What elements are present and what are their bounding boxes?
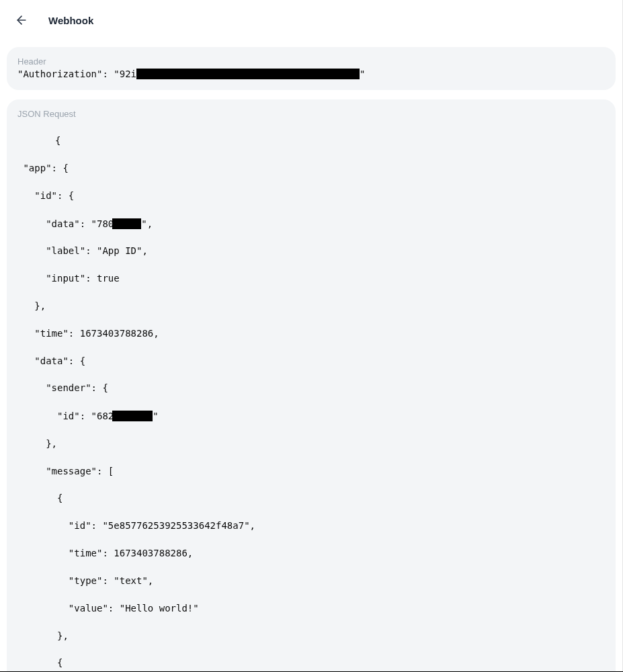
auth-suffix: " bbox=[360, 68, 365, 81]
code-line: { bbox=[17, 491, 605, 505]
code-line: }, bbox=[17, 299, 605, 312]
page-title: Webhook bbox=[48, 15, 93, 26]
code-line: "time": 1673403788286, bbox=[17, 546, 605, 560]
header-label: Header bbox=[17, 56, 605, 67]
redacted-block bbox=[112, 411, 153, 421]
back-button[interactable] bbox=[13, 12, 30, 28]
header-card: Header "Authorization": "92i" bbox=[7, 47, 616, 90]
code-line: { bbox=[17, 134, 605, 147]
code-line: "time": 1673403788286, bbox=[17, 327, 605, 340]
arrow-left-icon bbox=[15, 13, 28, 27]
code-line: "label": "App ID", bbox=[17, 244, 605, 257]
code-line: "value": "Hello world!" bbox=[17, 601, 605, 615]
code-line: "id": "5e85776253925533642f48a7", bbox=[17, 519, 605, 532]
code-line: "type": "text", bbox=[17, 574, 605, 587]
json-request-card: JSON Request { "app": { "id": { "data": … bbox=[7, 99, 616, 672]
code-line: }, bbox=[17, 437, 605, 450]
topbar: Webhook bbox=[0, 0, 622, 38]
header-value: "Authorization": "92i" bbox=[17, 68, 605, 81]
redacted-block bbox=[112, 218, 141, 229]
code-line: "message": [ bbox=[17, 464, 605, 478]
code-line: "input": true bbox=[17, 271, 605, 285]
code-line: "sender": { bbox=[17, 381, 605, 394]
code-line: }, bbox=[17, 629, 605, 642]
code-line: "id": "682" bbox=[17, 409, 605, 423]
code-line: "data": "780", bbox=[17, 216, 605, 230]
code-line: "app": { bbox=[17, 161, 605, 175]
json-body: { "app": { "id": { "data": "780", "label… bbox=[17, 120, 605, 672]
json-request-label: JSON Request bbox=[17, 109, 605, 119]
redacted-block bbox=[136, 69, 360, 79]
code-line: { bbox=[17, 656, 605, 669]
auth-prefix: "Authorization": "92i bbox=[17, 68, 136, 81]
code-line: "id": { bbox=[17, 189, 605, 202]
code-line: "data": { bbox=[17, 354, 605, 368]
